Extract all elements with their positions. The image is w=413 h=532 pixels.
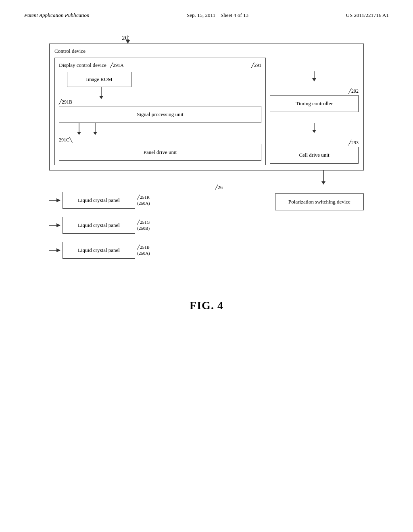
panel-drive-box: Panel drive unit: [59, 144, 261, 161]
svg-marker-3: [99, 96, 103, 99]
svg-marker-9: [312, 78, 316, 81]
timing-ctrl-box: Timing controller: [270, 95, 359, 112]
lcd-box-g: Liquid crystal panel: [63, 217, 135, 234]
header-patent-number: US 2011/221716 A1: [346, 12, 389, 19]
svg-marker-15: [56, 198, 60, 202]
ref-291c-label: 291C╲: [59, 137, 261, 143]
lcd-row-g: Liquid crystal panel ╱251G (250B): [49, 217, 275, 234]
lcd-box-b: Liquid crystal panel: [63, 242, 135, 259]
header-date: Sep. 15, 2011: [187, 12, 215, 18]
right-boxes: ╱292 Timing controller: [270, 58, 359, 165]
lcd-panels-column: ╱26 Liquid crystal panel ╱251R (250A): [49, 185, 275, 267]
header-date-sheet: Sep. 15, 2011 Sheet 4 of 13: [187, 12, 248, 19]
svg-marker-1: [126, 40, 130, 44]
ref-251b: ╱251B (250A): [137, 244, 150, 257]
svg-marker-19: [56, 248, 60, 252]
lower-section: ╱26 Liquid crystal panel ╱251R (250A): [49, 185, 364, 267]
lcd-row-b: Liquid crystal panel ╱251B (250A): [49, 242, 275, 259]
svg-marker-17: [56, 223, 60, 227]
control-device-label: Control device: [54, 48, 359, 54]
svg-marker-13: [321, 181, 325, 185]
header-publication: Patent Application Publication: [24, 12, 90, 19]
ref-251r: ╱251R (250A): [137, 194, 150, 207]
ref-293-label: ╱293: [348, 140, 359, 146]
display-control-box: Display control device ╱291A ╱291 Image …: [54, 58, 266, 165]
cell-drive-box: Cell drive unit: [270, 147, 359, 164]
pol-switch-area: Polarization switching device: [275, 193, 364, 210]
page-header: Patent Application Publication Sep. 15, …: [24, 12, 389, 19]
svg-marker-7: [93, 132, 97, 135]
patent-page: Patent Application Publication Sep. 15, …: [0, 0, 413, 532]
pol-switch-box: Polarization switching device: [275, 193, 364, 210]
ref-251g: ╱251G (250B): [137, 219, 150, 232]
ref-291a: ╱291A: [110, 62, 124, 68]
ref-26-label: ╱26: [215, 185, 223, 191]
svg-marker-11: [312, 130, 316, 133]
ref-291-curved: ╱291: [251, 62, 261, 69]
ref-292-label: ╱292: [348, 88, 359, 94]
lcd-box-r: Liquid crystal panel: [63, 192, 135, 209]
lcd-row-r: Liquid crystal panel ╱251R (250A): [49, 192, 275, 209]
control-device-box: Control device Display control device ╱2…: [49, 44, 364, 170]
signal-proc-box: Signal processing unit: [59, 106, 261, 123]
figure-caption: FIG. 4: [24, 299, 389, 312]
svg-marker-5: [77, 132, 81, 135]
ref-291b-label: ╱291B: [59, 99, 261, 105]
diagram-area: 2C Control device Display control device: [24, 35, 389, 267]
image-rom-box: Image ROM: [67, 72, 131, 87]
display-control-label: Display control device ╱291A: [59, 62, 124, 69]
header-sheet: Sheet 4 of 13: [221, 12, 248, 18]
